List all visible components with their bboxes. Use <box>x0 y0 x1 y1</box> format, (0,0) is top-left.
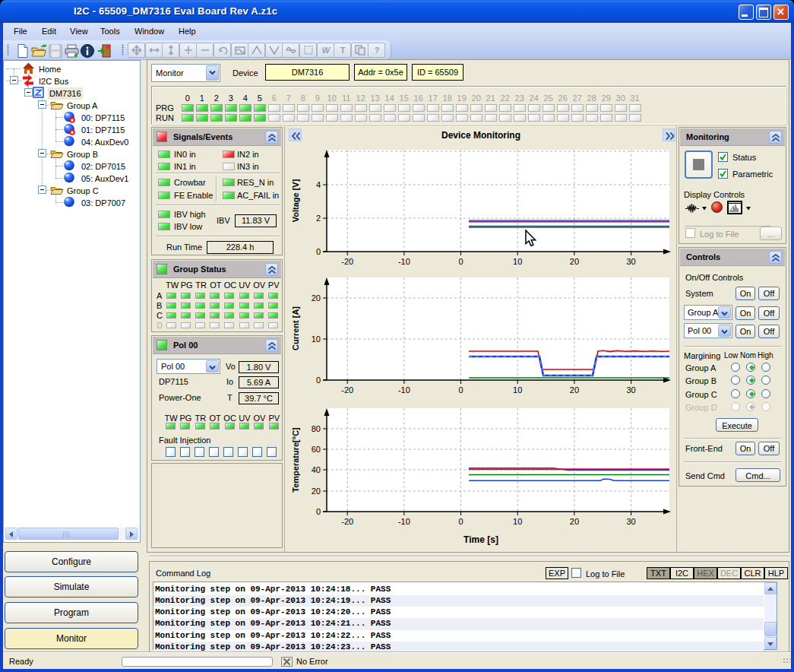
svg-text:10: 10 <box>513 257 522 266</box>
svg-text:Device Monitoring: Device Monitoring <box>441 130 520 141</box>
svg-text:-20: -20 <box>341 517 353 526</box>
svg-text:80: 80 <box>312 424 321 433</box>
svg-text:0: 0 <box>316 247 321 256</box>
svg-text:Time [s]: Time [s] <box>463 534 498 545</box>
svg-text:T: T <box>340 46 346 55</box>
svg-text:40: 40 <box>312 465 321 474</box>
svg-text:W: W <box>321 46 331 55</box>
svg-text:20: 20 <box>570 257 579 266</box>
svg-text:Current [A]: Current [A] <box>291 306 300 350</box>
svg-text:-10: -10 <box>398 517 410 526</box>
svg-text:-20: -20 <box>341 385 353 395</box>
svg-text:10: 10 <box>312 334 321 344</box>
svg-text:30: 30 <box>626 517 635 526</box>
svg-text:20: 20 <box>570 385 579 395</box>
svg-text:-20: -20 <box>341 257 353 266</box>
svg-text:20: 20 <box>312 293 321 303</box>
svg-text:60: 60 <box>312 445 321 454</box>
svg-text:Temperature[°C]: Temperature[°C] <box>291 427 300 493</box>
svg-text:30: 30 <box>626 385 635 395</box>
svg-text:10: 10 <box>513 385 522 395</box>
svg-text:?: ? <box>375 46 380 55</box>
svg-text:20: 20 <box>312 487 321 496</box>
svg-text:0: 0 <box>316 376 321 385</box>
svg-text:10: 10 <box>513 517 522 526</box>
svg-text:0: 0 <box>458 385 463 395</box>
svg-text:-10: -10 <box>398 257 410 266</box>
svg-text:0: 0 <box>316 507 321 516</box>
svg-text:2: 2 <box>316 214 321 223</box>
svg-text:4: 4 <box>316 180 321 189</box>
svg-text:0: 0 <box>458 517 463 526</box>
svg-text:30: 30 <box>626 257 635 266</box>
svg-text:Voltage [V]: Voltage [V] <box>291 179 300 222</box>
svg-text:0: 0 <box>458 257 463 266</box>
svg-text:20: 20 <box>570 517 579 526</box>
svg-text:-10: -10 <box>398 385 410 395</box>
